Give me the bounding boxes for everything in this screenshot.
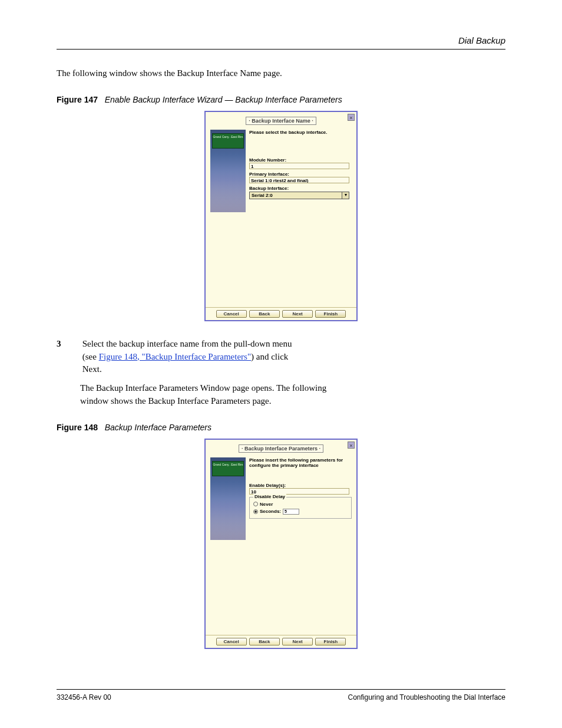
figure2-label: Figure 148: [57, 423, 98, 432]
seconds-input[interactable]: 5: [283, 509, 299, 515]
enable-delay-label: Enable Delay(s):: [249, 483, 352, 488]
figure1-title: Enable Backup Interface Wizard — Backup …: [105, 95, 342, 104]
seconds-radio-label: Seconds:: [260, 509, 281, 514]
seconds-radio[interactable]: [253, 509, 258, 514]
wizard-backup-interface-name: × · Backup Interface Name · Grand Cany..…: [204, 111, 358, 321]
figure1-label: Figure 147: [57, 95, 98, 104]
primary-interface-label: Primary Interface:: [249, 172, 352, 177]
wizard-backup-interface-parameters: × · Backup Interface Parameters · Grand …: [204, 439, 358, 649]
step3-sentence: Select the backup interface name from th…: [82, 338, 295, 376]
module-number-label: Module Number:: [249, 157, 352, 163]
cancel-button[interactable]: Cancel: [216, 310, 247, 318]
cancel-button[interactable]: Cancel: [216, 638, 247, 645]
module-number-value: 1: [249, 163, 349, 169]
disable-delay-group: Disable Delay Never Seconds: 5: [249, 497, 352, 519]
never-radio-label: Never: [260, 502, 273, 507]
intro-paragraph: The following window shows the Backup In…: [57, 67, 505, 80]
backup-interface-label: Backup Interface:: [249, 186, 352, 191]
close-icon[interactable]: ×: [348, 442, 355, 449]
header-rule: [57, 49, 505, 50]
finish-button[interactable]: Finish: [315, 638, 346, 645]
back-button[interactable]: Back: [249, 310, 280, 318]
road-sign-graphic: Grand Cany.. East Rim: [212, 461, 244, 476]
primary-interface-value: Serial 1:0 rtest2 and final): [249, 177, 349, 183]
never-radio[interactable]: [253, 502, 258, 506]
chevron-down-icon[interactable]: ▾: [342, 192, 349, 199]
figure2-title: Backup Interface Parameters: [105, 423, 211, 432]
road-sign-graphic: Grand Cany.. East Rim: [212, 133, 244, 149]
wizard2-title: · Backup Interface Parameters ·: [239, 444, 323, 453]
back-button[interactable]: Back: [249, 638, 280, 645]
running-header: Dial Backup: [57, 35, 505, 49]
footer-right: Configuring and Troubleshooting the Dial…: [348, 693, 505, 701]
wizard-side-image: Grand Cany.. East Rim: [210, 130, 246, 304]
wizard1-title: · Backup Interface Name ·: [246, 117, 316, 125]
step3-followup: The Backup Interface Parameters Window p…: [80, 382, 328, 408]
footer-left: 332456-A Rev 00: [57, 693, 111, 701]
next-button[interactable]: Next: [282, 310, 313, 318]
wizard1-instruction: Please select the backup interface.: [249, 130, 352, 136]
finish-button[interactable]: Finish: [315, 310, 346, 318]
backup-interface-selected: Serial 2:0: [249, 192, 342, 199]
next-button[interactable]: Next: [282, 638, 313, 645]
footer-rule: [57, 689, 505, 690]
wizard-side-image: Grand Cany.. East Rim: [210, 457, 246, 631]
disable-delay-title: Disable Delay: [253, 494, 286, 499]
figure-148-link[interactable]: Figure 148, "Backup Interface Parameters…: [99, 352, 251, 361]
close-icon[interactable]: ×: [348, 114, 355, 121]
backup-interface-select[interactable]: Serial 2:0 ▾: [249, 192, 349, 199]
step-number: 3: [57, 338, 80, 351]
wizard2-instruction: Please insert the following parameters f…: [249, 457, 352, 469]
